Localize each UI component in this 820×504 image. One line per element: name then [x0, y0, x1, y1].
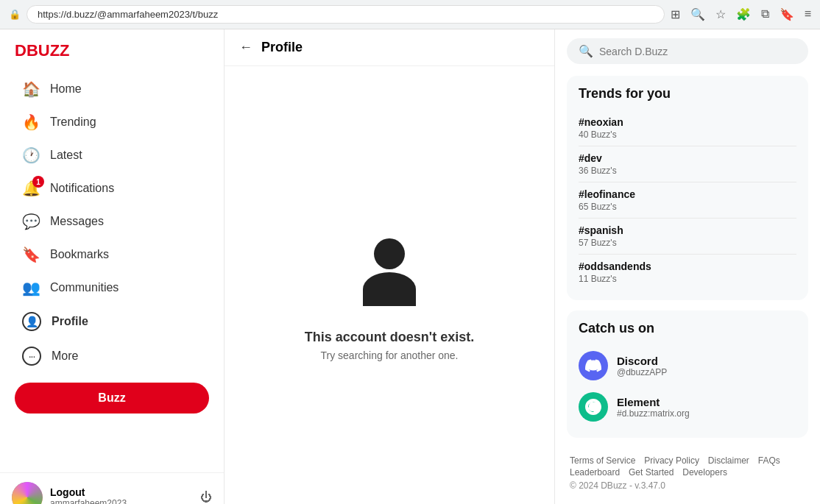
communities-icon: 👥 — [22, 279, 40, 297]
user-info: Logout ammarfaheem2023 — [50, 486, 193, 504]
terms-link[interactable]: Terms of Service — [570, 455, 635, 466]
nav-list: 🏠 Home 🔥 Trending 🕐 Latest 🔔 1 Notificat… — [0, 72, 224, 374]
grid-icon[interactable]: ⊞ — [671, 7, 680, 21]
home-icon: 🏠 — [22, 80, 40, 98]
app-wrapper: DBUZZ 🏠 Home 🔥 Trending 🕐 Latest 🔔 1 — [0, 29, 820, 504]
more-icon: ··· — [22, 347, 41, 366]
sidebar-bottom: Logout ammarfaheem2023 ⏻ — [0, 472, 224, 504]
person-body — [363, 272, 416, 306]
menu-icon[interactable]: ≡ — [805, 7, 811, 21]
sidebar-item-label: Latest — [50, 149, 82, 162]
not-found-title: This account doesn't exist. — [305, 330, 474, 345]
profile-header: ← Profile — [225, 29, 554, 66]
sidebar-item-label: Notifications — [50, 182, 114, 195]
sidebar-item-latest[interactable]: 🕐 Latest — [7, 139, 216, 171]
puzzle-icon[interactable]: 🧩 — [736, 7, 751, 21]
sidebar-item-profile[interactable]: 👤 Profile — [7, 305, 216, 338]
trend-tag: #leofinance — [579, 188, 796, 200]
back-button[interactable]: ← — [239, 40, 252, 55]
main-content: ← Profile This account doesn't exist. Tr… — [225, 29, 555, 504]
trend-tag: #oddsandends — [579, 260, 796, 272]
leaderboard-link[interactable]: Leaderboard — [570, 467, 620, 478]
discord-icon — [579, 351, 608, 380]
sidebar-item-messages[interactable]: 💬 Messages — [7, 205, 216, 238]
person-head — [374, 238, 405, 269]
trend-count: 11 Buzz's — [579, 274, 796, 284]
message-icon: 💬 — [22, 213, 40, 230]
privacy-link[interactable]: Privacy Policy — [644, 455, 699, 466]
logo-d: D — [15, 41, 26, 60]
trend-tag: #dev — [579, 152, 796, 164]
trend-item[interactable]: #spanish 57 Buzz's — [579, 219, 796, 255]
clock-icon: 🕐 — [22, 146, 40, 164]
catch-card: Catch us on Discord @dbuzzAPP Element #d… — [567, 310, 808, 438]
avatar-inner — [12, 482, 43, 504]
developers-link[interactable]: Developers — [682, 467, 727, 478]
sidebar-item-label: Communities — [50, 281, 119, 294]
lock-icon: 🔒 — [9, 9, 21, 20]
get-started-link[interactable]: Get Started — [629, 467, 674, 478]
faqs-link[interactable]: FAQs — [758, 455, 780, 466]
search-browser-icon[interactable]: 🔍 — [690, 7, 705, 21]
discord-item[interactable]: Discord @dbuzzAPP — [579, 345, 796, 386]
star-icon[interactable]: ☆ — [715, 7, 726, 21]
sidebar-item-trending[interactable]: 🔥 Trending — [7, 106, 216, 138]
trend-count: 57 Buzz's — [579, 238, 796, 248]
user-handle: ammarfaheem2023 — [50, 498, 193, 504]
url-bar[interactable]: https://d.buzz/@ammarfaheem2023/t/buzz — [26, 5, 665, 24]
footer-links: Terms of Service Privacy Policy Disclaim… — [567, 448, 808, 497]
fire-icon: 🔥 — [22, 113, 40, 131]
element-handle: #d.buzz:matrix.org — [617, 408, 690, 419]
trends-card: Trends for you #neoxian 40 Buzz's #dev 3… — [567, 76, 808, 300]
sidebar-item-notifications[interactable]: 🔔 1 Notifications — [7, 172, 216, 205]
not-found-sub: Try searching for another one. — [320, 349, 458, 361]
search-input[interactable] — [599, 46, 796, 57]
trend-item[interactable]: #neoxian 40 Buzz's — [579, 110, 796, 146]
sidebar-item-home[interactable]: 🏠 Home — [7, 73, 216, 105]
sidebar-item-label: Trending — [50, 116, 96, 129]
sidebar-logo: DBUZZ — [0, 41, 224, 72]
trend-count: 36 Buzz's — [579, 166, 796, 176]
page-title: Profile — [261, 40, 303, 55]
sidebar: DBUZZ 🏠 Home 🔥 Trending 🕐 Latest 🔔 1 — [0, 29, 225, 504]
bell-icon: 🔔 1 — [22, 180, 40, 197]
sidebar-item-label: Profile — [52, 315, 88, 328]
trend-item[interactable]: #dev 36 Buzz's — [579, 146, 796, 182]
discord-handle: @dbuzzAPP — [617, 367, 667, 377]
browser-bar: 🔒 https://d.buzz/@ammarfaheem2023/t/buzz… — [0, 0, 820, 29]
user-name: Logout — [50, 486, 193, 498]
browser-icons: ⊞ 🔍 ☆ 🧩 ⧉ 🔖 ≡ — [671, 7, 811, 21]
trend-tag: #spanish — [579, 224, 796, 236]
element-item[interactable]: Element #d.buzz:matrix.org — [579, 386, 796, 427]
power-icon[interactable]: ⏻ — [200, 491, 212, 504]
disclaimer-link[interactable]: Disclaimer — [708, 455, 749, 466]
discord-name: Discord — [617, 355, 667, 367]
bookmark-icon: 🔖 — [22, 246, 40, 263]
trends-heading: Trends for you — [579, 86, 796, 102]
sidebar-item-label: Messages — [50, 215, 104, 228]
right-sidebar: 🔍 Trends for you #neoxian 40 Buzz's #dev… — [555, 29, 820, 504]
buzz-button[interactable]: Buzz — [15, 383, 209, 414]
catch-heading: Catch us on — [579, 321, 796, 336]
split-icon[interactable]: ⧉ — [761, 7, 769, 21]
sidebar-item-bookmarks[interactable]: 🔖 Bookmarks — [7, 238, 216, 271]
sidebar-item-more[interactable]: ··· More — [7, 339, 216, 373]
sidebar-item-label: More — [52, 349, 78, 363]
trend-count: 40 Buzz's — [579, 129, 796, 140]
element-info: Element #d.buzz:matrix.org — [617, 396, 690, 419]
trend-tag: #neoxian — [579, 116, 796, 128]
person-silhouette — [353, 238, 426, 312]
trend-item[interactable]: #oddsandends 11 Buzz's — [579, 255, 796, 290]
trend-item[interactable]: #leofinance 65 Buzz's — [579, 182, 796, 219]
not-found-area: This account doesn't exist. Try searchin… — [225, 66, 554, 504]
trend-count: 65 Buzz's — [579, 202, 796, 212]
bookmark-browser-icon[interactable]: 🔖 — [780, 7, 794, 21]
profile-icon: 👤 — [22, 312, 41, 331]
url-text: https://d.buzz/@ammarfaheem2023/t/buzz — [38, 9, 218, 20]
sidebar-item-communities[interactable]: 👥 Communities — [7, 271, 216, 304]
discord-info: Discord @dbuzzAPP — [617, 355, 667, 377]
sidebar-item-label: Bookmarks — [50, 248, 109, 261]
sidebar-item-label: Home — [50, 82, 82, 96]
footer-copyright: © 2024 DBuzz - v.3.47.0 — [570, 480, 805, 491]
search-bar[interactable]: 🔍 — [567, 38, 808, 64]
